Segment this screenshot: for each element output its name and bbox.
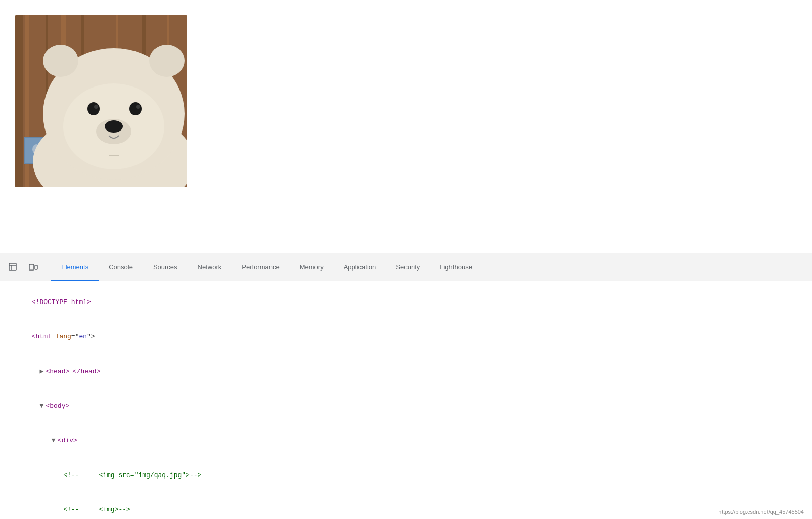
- tab-sources[interactable]: Sources: [143, 253, 188, 281]
- devtools-tabs: Elements Console Sources Network Perform…: [51, 253, 482, 281]
- tab-console[interactable]: Console: [99, 253, 143, 281]
- html-line-comment1[interactable]: <!-- <img src="img/qaq.jpg">-->: [0, 458, 812, 492]
- html-line-doctype[interactable]: <!DOCTYPE html>: [0, 285, 812, 320]
- svg-point-19: [129, 102, 142, 115]
- html-line-comment2[interactable]: <!-- <img>-->: [0, 493, 812, 519]
- html-line-html[interactable]: <html lang="en">: [0, 320, 812, 354]
- tab-application[interactable]: Application: [334, 253, 386, 281]
- html-line-div[interactable]: ▼<div>: [0, 423, 812, 458]
- svg-point-15: [43, 45, 78, 77]
- svg-point-20: [94, 105, 98, 109]
- tab-security[interactable]: Security: [386, 253, 430, 281]
- tab-elements[interactable]: Elements: [51, 253, 99, 281]
- devtools-panel: Elements Console Sources Network Perform…: [0, 253, 812, 519]
- html-line-head[interactable]: ▶<head>…</head>: [0, 355, 812, 389]
- tab-performance[interactable]: Performance: [232, 253, 289, 281]
- svg-point-18: [87, 102, 100, 115]
- svg-point-16: [149, 45, 185, 77]
- svg-point-21: [136, 105, 140, 109]
- svg-rect-25: [9, 263, 16, 270]
- svg-point-23: [105, 120, 123, 133]
- devtools-url: https://blog.csdn.net/qq_45745504: [718, 509, 804, 515]
- toolbar-icons: [4, 258, 49, 276]
- tab-lighthouse[interactable]: Lighthouse: [430, 253, 482, 281]
- elements-content[interactable]: <!DOCTYPE html> <html lang="en"> ▶<head>…: [0, 281, 812, 519]
- device-toolbar-button[interactable]: [24, 258, 42, 276]
- devtools-toolbar: Elements Console Sources Network Perform…: [0, 253, 812, 281]
- svg-rect-1: [15, 15, 23, 187]
- svg-rect-29: [35, 265, 37, 269]
- bear-image: [15, 15, 187, 187]
- tab-network[interactable]: Network: [188, 253, 232, 281]
- html-line-body[interactable]: ▼<body>: [0, 389, 812, 423]
- tab-memory[interactable]: Memory: [290, 253, 334, 281]
- head-triangle[interactable]: ▶: [39, 366, 46, 377]
- inspect-element-button[interactable]: [4, 258, 22, 276]
- body-triangle[interactable]: ▼: [39, 401, 46, 412]
- div-triangle[interactable]: ▼: [52, 435, 58, 446]
- browser-viewport: [0, 0, 812, 253]
